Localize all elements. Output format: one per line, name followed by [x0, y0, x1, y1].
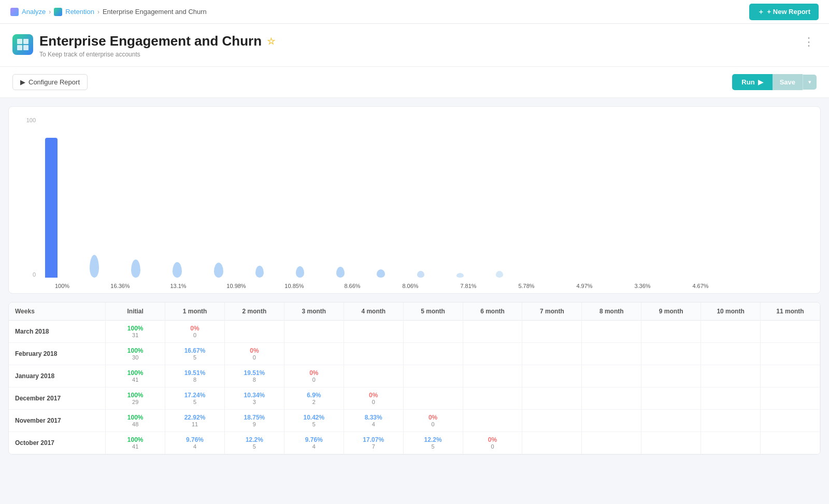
table-cell-data: 8.33%4 [344, 410, 403, 432]
table-row: March 2018100%310%0 [9, 321, 820, 343]
star-icon[interactable]: ☆ [267, 36, 275, 47]
table-cell-data: 19.51%8 [165, 365, 225, 387]
table-cell-data: 100%41 [106, 432, 165, 454]
chart-bar [173, 262, 182, 278]
table-cell-data: 16.67%5 [165, 343, 225, 365]
chart-bar [214, 263, 223, 278]
table-header-cell: 7 month [522, 303, 582, 321]
table-header-cell: Initial [106, 303, 165, 321]
table-cell-data: 0%0 [284, 365, 344, 387]
table-cell-data: 100%31 [106, 321, 165, 343]
table-cell-data: 100%48 [106, 410, 165, 432]
save-dropdown-button[interactable]: ▾ [803, 75, 817, 90]
chart-bar-col [173, 117, 182, 278]
table-header-row: WeeksInitial1 month2 month3 month4 month… [9, 303, 820, 321]
chart-label-item: 3.36% [630, 283, 655, 289]
table-cell-data [701, 365, 761, 387]
table-header-cell: 11 month [761, 303, 820, 321]
table-cell-data [522, 365, 582, 387]
chart-bar-col [377, 117, 385, 278]
chart-section: 100 0 100%16.36%13.1%10.98%10.85%8.66%8.… [8, 106, 821, 294]
chart-bar [377, 269, 385, 278]
table-cell-data [761, 343, 820, 365]
table-header-cell: 5 month [403, 303, 463, 321]
table-header-cell: 6 month [463, 303, 522, 321]
new-report-label: + New Report [767, 8, 810, 16]
table-cell-data [344, 321, 403, 343]
table-cell-data: 17.07%7 [344, 432, 403, 454]
breadcrumb-current: Enterprise Engagement and Churn [103, 8, 207, 16]
table-cell-data: 100%30 [106, 343, 165, 365]
table-cell-data [522, 387, 582, 410]
table-header-cell: 10 month [701, 303, 761, 321]
table-cell-data [641, 365, 701, 387]
table-section: WeeksInitial1 month2 month3 month4 month… [8, 302, 821, 455]
table-row: October 2017100%419.76%412.2%59.76%417.0… [9, 432, 820, 454]
retention-icon [54, 8, 62, 16]
chart-label-item: 16.36% [107, 283, 133, 289]
table-cell-data [344, 343, 403, 365]
save-label: Save [780, 78, 795, 86]
chart-bar [255, 266, 264, 278]
breadcrumb-sep-2: › [97, 8, 99, 16]
configure-report-button[interactable]: ▶ Configure Report [12, 74, 88, 90]
table-cell-data [582, 343, 641, 365]
table-cell-data [463, 387, 522, 410]
top-navigation: Analyze › Retention › Enterprise Engagem… [0, 0, 829, 24]
chart-label-item: 10.85% [281, 283, 307, 289]
chart-bar [456, 273, 464, 278]
table-cell-data [463, 365, 522, 387]
chart-bar [336, 267, 345, 278]
table-cell-data: 0%0 [344, 387, 403, 410]
table-cell-data [403, 387, 463, 410]
table-cell-data [224, 321, 284, 343]
table-row: November 2017100%4822.92%1118.75%910.42%… [9, 410, 820, 432]
analyze-icon [10, 8, 19, 16]
chart-bar [131, 260, 140, 278]
table-cell-data [701, 343, 761, 365]
configure-icon: ▶ [20, 78, 25, 86]
save-button[interactable]: Save [773, 74, 803, 90]
table-cell-data [701, 387, 761, 410]
table-cell-data [582, 321, 641, 343]
table-cell-data [641, 387, 701, 410]
table-cell-week: March 2018 [9, 321, 106, 343]
chart-label-item: 5.78% [513, 283, 539, 289]
table-cell-week: February 2018 [9, 343, 106, 365]
chart-bar [496, 271, 503, 278]
chart-label-item: 100% [49, 283, 75, 289]
page-icon-inner [17, 39, 28, 50]
table-cell-data [522, 432, 582, 454]
page-header-left: Enterprise Engagement and Churn ☆ To Kee… [12, 33, 275, 58]
table-cell-data [641, 410, 701, 432]
table-cell-data: 19.51%8 [224, 365, 284, 387]
table-cell-data [761, 432, 820, 454]
table-cell-data: 9.76%4 [165, 432, 225, 454]
table-cell-week: October 2017 [9, 432, 106, 454]
table-header-cell: 1 month [165, 303, 225, 321]
table-row: January 2018100%4119.51%819.51%80%0 [9, 365, 820, 387]
chart-bar-col [90, 117, 99, 278]
table-header-cell: 8 month [582, 303, 641, 321]
breadcrumb-analyze[interactable]: Analyze [22, 8, 46, 16]
chart-y-axis: 100 0 [19, 117, 40, 283]
table-cell-data [463, 410, 522, 432]
chart-bars [40, 117, 810, 283]
table-cell-data: 17.24%5 [165, 387, 225, 410]
table-cell-data [761, 387, 820, 410]
breadcrumb-retention[interactable]: Retention [65, 8, 94, 16]
chart-label-item: 4.97% [571, 283, 597, 289]
chart-label-item: 7.81% [455, 283, 481, 289]
table-header-cell: Weeks [9, 303, 106, 321]
chart-bar-col [296, 117, 304, 278]
table-cell-data: 100%29 [106, 387, 165, 410]
table-header-cell: 9 month [641, 303, 701, 321]
page-subtitle: To Keep track of enterprise accounts [39, 51, 275, 58]
more-options-icon[interactable]: ⋮ [801, 33, 817, 51]
table-cell-data [522, 321, 582, 343]
chart-labels: 100%16.36%13.1%10.98%10.85%8.66%8.06%7.8… [19, 283, 810, 293]
chart-bar [90, 255, 99, 278]
new-report-button[interactable]: ＋ + New Report [749, 4, 819, 20]
run-button[interactable]: Run ▶ [732, 74, 772, 90]
table-cell-data: 6.9%2 [284, 387, 344, 410]
